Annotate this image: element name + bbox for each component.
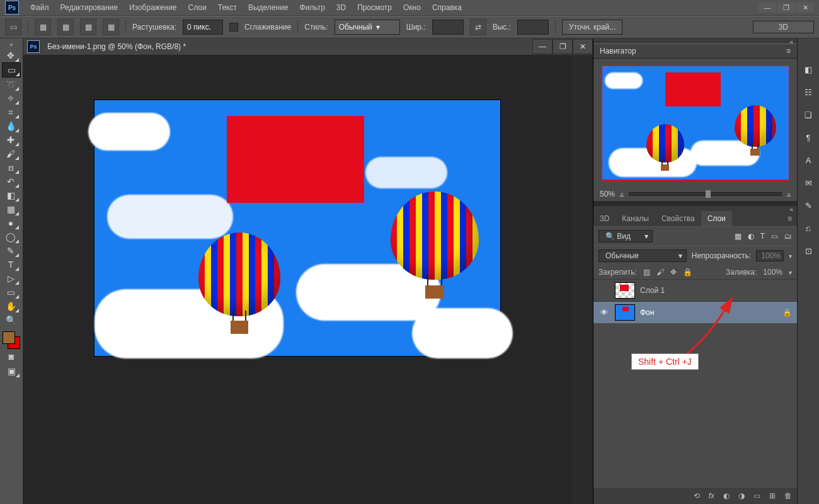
style-dropdown[interactable]: Обычный ▾ bbox=[335, 20, 400, 35]
strip-brush-icon[interactable]: ✎ bbox=[801, 198, 815, 212]
strip-histogram-icon[interactable]: ◧ bbox=[801, 62, 815, 76]
eraser-tool[interactable]: ◧ bbox=[2, 188, 20, 202]
gradient-tool[interactable]: ▦ bbox=[2, 202, 20, 216]
group-icon[interactable]: ▭ bbox=[753, 491, 760, 500]
filter-smart-icon[interactable]: 🗂 bbox=[784, 232, 792, 241]
shape-tool[interactable]: ▭ bbox=[2, 285, 20, 299]
stamp-tool[interactable]: ⧈ bbox=[2, 161, 20, 175]
toolbox-collapse-icon[interactable]: » bbox=[9, 41, 13, 48]
strip-character-icon[interactable]: A bbox=[801, 153, 815, 167]
width-input[interactable] bbox=[432, 20, 464, 35]
layer-visibility-icon[interactable]: 👁 bbox=[598, 307, 610, 318]
doc-minimize-button[interactable]: — bbox=[532, 39, 553, 54]
lock-position-icon[interactable]: ✥ bbox=[670, 268, 677, 277]
fill-input[interactable]: 100% bbox=[763, 268, 782, 277]
opacity-input[interactable]: 100% bbox=[756, 250, 784, 261]
layer-row-0[interactable]: Слой 1 bbox=[593, 279, 797, 301]
menu-select[interactable]: Выделение bbox=[248, 3, 289, 12]
layer-row-1[interactable]: 👁 Фон 🔒 bbox=[593, 301, 797, 323]
close-button[interactable]: ✕ bbox=[796, 3, 814, 13]
navigator-collapse-icon[interactable]: « bbox=[593, 38, 797, 43]
doc-restore-button[interactable]: ❐ bbox=[553, 39, 573, 54]
add-selection-icon[interactable]: ▦ bbox=[57, 19, 74, 35]
strip-paragraph-icon[interactable]: ¶ bbox=[801, 130, 815, 144]
document-tab[interactable]: Без-имени-1.png @ 50% (Фон, RGB/8) * bbox=[43, 42, 190, 51]
color-swatches[interactable] bbox=[3, 331, 20, 349]
workspace-switcher[interactable]: 3D bbox=[753, 21, 814, 33]
refine-edge-button[interactable]: Уточн. край... bbox=[562, 20, 622, 35]
strip-swatches-icon[interactable]: ☷ bbox=[801, 85, 815, 99]
menu-text[interactable]: Текст bbox=[218, 3, 237, 12]
pen-tool[interactable]: ✎ bbox=[2, 244, 20, 258]
lock-all-icon[interactable]: 🔒 bbox=[683, 268, 692, 277]
strip-styles-icon[interactable]: ✉ bbox=[801, 176, 815, 190]
menu-filter[interactable]: Фильтр bbox=[300, 3, 325, 12]
healing-tool[interactable]: ✚ bbox=[2, 133, 20, 147]
zoom-out-icon[interactable]: ▵ bbox=[620, 190, 624, 198]
lock-transparent-icon[interactable]: ▨ bbox=[643, 268, 650, 277]
strip-libraries-icon[interactable]: ❏ bbox=[801, 108, 815, 122]
fill-caret-icon[interactable]: ▾ bbox=[789, 269, 792, 276]
zoom-value[interactable]: 50% bbox=[600, 190, 615, 198]
blend-mode-dropdown[interactable]: Обычные bbox=[598, 249, 687, 262]
foreground-swatch[interactable] bbox=[3, 331, 15, 344]
marquee-tool[interactable]: ▭ bbox=[2, 62, 21, 77]
eyedropper-tool[interactable]: 💧 bbox=[2, 119, 20, 133]
menu-window[interactable]: Окно bbox=[403, 3, 421, 12]
antialias-checkbox[interactable] bbox=[229, 23, 238, 32]
tab-channels[interactable]: Каналы bbox=[616, 211, 655, 226]
subtract-selection-icon[interactable]: ▦ bbox=[80, 19, 96, 35]
fx-icon[interactable]: fx bbox=[709, 491, 714, 500]
new-layer-icon[interactable]: ⊞ bbox=[769, 491, 776, 500]
layer-name[interactable]: Фон bbox=[640, 308, 654, 317]
filter-type-icon[interactable]: T bbox=[760, 232, 765, 241]
link-layers-icon[interactable]: ⟲ bbox=[694, 491, 700, 500]
height-input[interactable] bbox=[517, 20, 549, 35]
dodge-tool[interactable]: ◯ bbox=[2, 230, 20, 244]
blur-tool[interactable]: ● bbox=[2, 216, 20, 230]
swap-dims-icon[interactable]: ⇄ bbox=[470, 19, 486, 35]
tab-layers[interactable]: Слои bbox=[701, 211, 732, 226]
lock-paint-icon[interactable]: 🖌 bbox=[656, 268, 664, 277]
intersect-selection-icon[interactable]: ▦ bbox=[103, 19, 119, 35]
adjustment-icon[interactable]: ◑ bbox=[738, 491, 745, 500]
layer-thumbnail[interactable] bbox=[615, 304, 635, 321]
maximize-button[interactable]: ❐ bbox=[777, 3, 795, 13]
magic-wand-tool[interactable]: ✧ bbox=[2, 91, 20, 105]
tab-properties[interactable]: Свойства bbox=[655, 211, 701, 226]
filter-pixel-icon[interactable]: ▦ bbox=[735, 232, 742, 241]
strip-actions-icon[interactable]: ⊡ bbox=[801, 244, 815, 258]
zoom-tool[interactable]: 🔍 bbox=[2, 313, 20, 327]
menu-layers[interactable]: Слои bbox=[188, 3, 207, 12]
hand-tool[interactable]: ✋ bbox=[2, 299, 20, 313]
minimize-button[interactable]: — bbox=[759, 3, 776, 13]
lasso-tool[interactable]: ➰ bbox=[2, 77, 20, 91]
zoom-in-icon[interactable]: ▵ bbox=[787, 190, 791, 198]
layers-menu-icon[interactable]: ≡ bbox=[782, 211, 797, 226]
crop-tool[interactable]: ⌗ bbox=[2, 105, 20, 119]
brush-tool[interactable]: 🖌 bbox=[2, 147, 20, 161]
layers-collapse-icon[interactable]: « bbox=[593, 206, 797, 211]
layer-visibility-icon[interactable] bbox=[598, 285, 610, 295]
filter-adjust-icon[interactable]: ◐ bbox=[748, 232, 754, 241]
menu-edit[interactable]: Редактирование bbox=[60, 3, 118, 12]
mask-icon[interactable]: ◐ bbox=[723, 491, 730, 500]
menu-view[interactable]: Просмотр bbox=[357, 3, 392, 12]
zoom-slider[interactable] bbox=[629, 192, 782, 196]
quick-mask-icon[interactable]: ◙ bbox=[3, 350, 20, 364]
tool-preset-picker[interactable]: ▭ bbox=[5, 19, 21, 35]
history-brush-tool[interactable]: ↶ bbox=[2, 175, 20, 188]
tab-3d[interactable]: 3D bbox=[593, 211, 616, 226]
filter-shape-icon[interactable]: ▭ bbox=[771, 232, 778, 241]
layer-thumbnail[interactable] bbox=[615, 282, 635, 299]
layer-name[interactable]: Слой 1 bbox=[640, 286, 665, 295]
navigator-menu-icon[interactable]: ≡ bbox=[786, 47, 791, 55]
menu-3d[interactable]: 3D bbox=[336, 3, 346, 12]
menu-image[interactable]: Изображение bbox=[129, 3, 177, 12]
menu-help[interactable]: Справка bbox=[432, 3, 462, 12]
layer-filter-kind[interactable]: 🔍 Вид bbox=[598, 230, 653, 243]
strip-history-icon[interactable]: ⎌ bbox=[801, 221, 815, 235]
new-selection-icon[interactable]: ▦ bbox=[35, 19, 51, 35]
doc-close-button[interactable]: ✕ bbox=[573, 39, 593, 54]
navigator-preview[interactable] bbox=[601, 65, 790, 181]
